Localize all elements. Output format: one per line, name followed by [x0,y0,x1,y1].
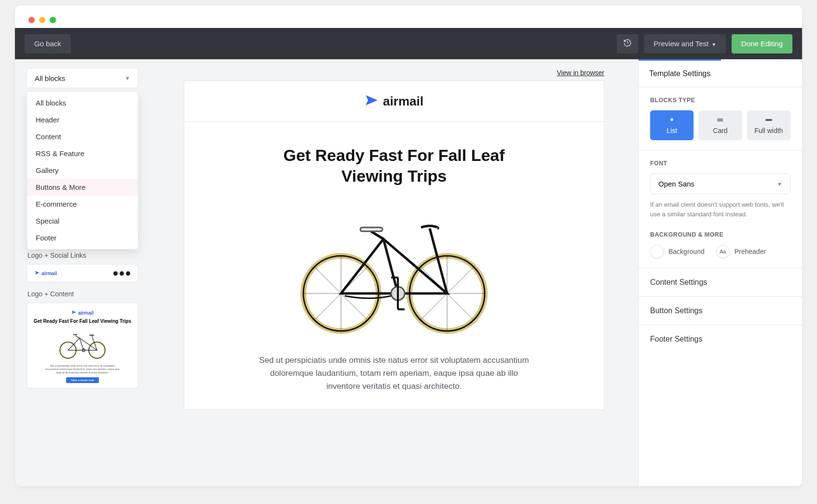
font-section: FONT Open Sans ▼ If an email client does… [639,150,802,222]
window-close-dot[interactable] [28,17,35,23]
font-heading: FONT [650,160,790,167]
blocks-type-section: BLOCKS TYPE ListCardFull width [639,87,802,150]
blocks-type-option[interactable]: Card [698,110,742,140]
blocks-filter-option[interactable]: Gallery [27,162,138,179]
paper-plane-icon [71,310,76,316]
blocks-type-option[interactable]: Full width [747,110,790,140]
layout-icon [764,116,773,124]
settings-row[interactable]: Footer Settings [639,325,802,353]
twitter-icon [120,271,124,276]
history-button[interactable] [617,34,638,53]
blocks-filter-option[interactable]: All blocks [27,94,138,111]
email-headline: Get Ready Fast For Fall Leaf Viewing Tri… [259,145,529,186]
mini-headline: Get Ready Fast For Fall Leaf Viewing Tri… [34,318,131,325]
chevron-down-icon: ▼ [125,75,130,81]
email-preview[interactable]: airmail Get Ready Fast For Fall Leaf Vie… [184,80,604,410]
preview-test-button[interactable]: Preview and Test▼ [644,34,726,53]
bg-more-heading: BACKGROUND & MORE [650,231,790,238]
block-preview-logo-social[interactable]: airmail [27,264,138,282]
block-label-logo-social: Logo + Social Links [27,252,137,259]
svg-rect-19 [671,119,673,121]
blocks-type-option[interactable]: List [650,110,694,140]
tab-template-settings[interactable]: Template Settings [639,59,721,87]
preheader-chip[interactable]: Aa Preheader [716,245,766,258]
chevron-down-icon: ▼ [711,42,716,47]
blocks-filter-select[interactable]: All blocks ▼ [27,68,138,88]
email-header: airmail [184,81,604,122]
window-minimize-dot[interactable] [39,17,45,23]
blocks-filter-option[interactable]: Header [27,111,138,128]
brand-mini: airmail [71,310,94,316]
blocks-type-heading: BLOCKS TYPE [650,97,790,104]
bicycle-icon [54,328,111,361]
background-more-section: BACKGROUND & MORE Background Aa Preheade… [639,222,802,268]
svg-rect-20 [718,119,723,120]
blocks-filter-option[interactable]: Content [27,128,138,145]
settings-row[interactable]: Button Settings [639,297,802,325]
mini-cta-button: Take a closer look [66,377,99,383]
blocks-filter-option[interactable]: E-commerce [27,196,138,212]
text-aa-icon: Aa [716,245,730,258]
window-zoom-dot[interactable] [50,17,56,23]
mini-body-text: Sed ut perspiciatis unde omnis iste natu… [44,364,121,374]
font-select[interactable]: Open Sans ▼ [650,173,790,194]
view-in-browser-link[interactable]: View in browser [557,69,604,77]
bicycle-icon [288,199,500,336]
svg-rect-17 [360,227,382,231]
blocks-filter-option[interactable]: Buttons & More [27,179,138,196]
block-label-logo-content: Logo + Content [27,290,137,298]
blocks-filter-option[interactable]: Special [27,212,138,229]
history-icon [623,39,632,49]
block-preview-logo-content[interactable]: airmail Get Ready Fast For Fall Leaf Vie… [27,303,138,388]
chevron-down-icon: ▼ [777,181,782,187]
color-swatch-icon [650,245,664,258]
go-back-button[interactable]: Go back [25,34,71,53]
topbar: Go back Preview and Test▼ Done Editing [15,28,802,59]
instagram-icon [126,271,130,276]
font-hint: If an email client doesn't support web f… [650,200,790,219]
paper-plane-icon [365,93,378,109]
mini-social-icons [113,271,130,276]
facebook-icon [113,271,118,276]
blocks-filter-option[interactable]: Footer [27,229,138,246]
layout-icon [667,116,676,124]
settings-tabs: Template Settings [639,59,802,87]
svg-rect-21 [718,120,723,121]
settings-row[interactable]: Content Settings [639,268,802,297]
done-editing-button[interactable]: Done Editing [732,34,792,53]
blocks-filter-option[interactable]: RSS & Feature [27,145,138,162]
editor-body: All blocks ▼ All blocksHeaderContentRSS … [15,59,802,486]
svg-rect-22 [765,119,772,120]
app-window: Go back Preview and Test▼ Done Editing A… [14,5,803,487]
layout-icon [716,116,724,124]
blocks-panel: All blocks ▼ All blocksHeaderContentRSS … [15,59,150,486]
email-canvas: View in browser airmail Get Ready Fast F… [150,59,638,486]
background-chip[interactable]: Background [650,245,705,258]
brand-mini: airmail [35,270,57,276]
email-body-text: Sed ut perspiciatis unde omnis iste natu… [254,354,534,393]
settings-panel: Template Settings BLOCKS TYPE ListCardFu… [638,59,802,486]
blocks-filter-dropdown: All blocksHeaderContentRSS & FeatureGall… [27,91,138,250]
paper-plane-icon [35,270,40,276]
email-brand: airmail [383,94,423,109]
mac-traffic-lights [15,5,802,28]
